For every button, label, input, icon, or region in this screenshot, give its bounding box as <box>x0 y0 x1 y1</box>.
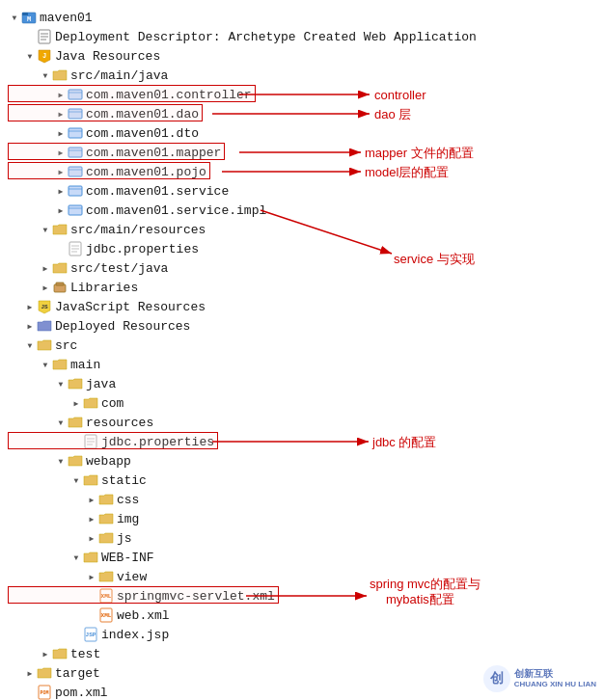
tree-item-maven01[interactable]: ▼Mmaven01 <box>8 8 604 27</box>
icon-com-dao <box>68 106 83 121</box>
label-libraries: Libraries <box>70 281 138 295</box>
toggle-src-main-java[interactable]: ▼ <box>39 68 52 82</box>
toggle-javascript-resources[interactable]: ▶ <box>23 300 37 313</box>
toggle-java-folder[interactable]: ▼ <box>54 377 68 390</box>
tree-item-com-folder[interactable]: ▶com <box>8 393 604 413</box>
toggle-test-folder[interactable]: ▶ <box>39 647 52 660</box>
tree-item-webapp-folder[interactable]: ▼webapp <box>8 451 604 471</box>
svg-text:JSP: JSP <box>86 632 96 638</box>
tree-item-deployed-resources[interactable]: ▶Deployed Resources <box>8 316 604 336</box>
label-index-jsp: index.jsp <box>101 628 169 642</box>
tree-item-javascript-resources[interactable]: ▶JSJavaScript Resources <box>8 297 604 316</box>
svg-rect-28 <box>56 283 64 285</box>
tree-item-static-folder[interactable]: ▼static <box>8 471 604 490</box>
toggle-img-folder[interactable]: ▶ <box>85 512 98 525</box>
tree-item-java-folder[interactable]: ▼java <box>8 374 604 393</box>
tree-item-img-folder[interactable]: ▶img <box>8 509 604 528</box>
icon-src-main-java <box>52 67 68 83</box>
svg-rect-13 <box>69 128 82 138</box>
tree-item-web-xml[interactable]: XMLweb.xml <box>8 606 604 625</box>
svg-text:XML: XML <box>101 593 112 600</box>
icon-com-pojo <box>68 164 83 179</box>
toggle-main-folder[interactable]: ▼ <box>39 358 52 371</box>
icon-libraries <box>52 280 68 295</box>
watermark-logo: 创 <box>483 665 510 692</box>
label-src-root: src <box>55 338 77 353</box>
toggle-webinf-folder[interactable]: ▼ <box>69 551 83 564</box>
tree-item-css-folder[interactable]: ▶css <box>8 490 604 509</box>
tree-item-com-controller[interactable]: ▶com.maven01.controller <box>8 85 604 104</box>
toggle-view-folder[interactable]: ▶ <box>85 570 98 583</box>
icon-jdbc-properties-mid <box>83 434 98 449</box>
toggle-src-test-java[interactable]: ▶ <box>39 261 52 275</box>
label-webapp-folder: webapp <box>86 454 131 469</box>
svg-text:XML: XML <box>101 612 112 619</box>
toggle-static-folder[interactable]: ▼ <box>69 473 83 487</box>
icon-web-xml: XML <box>98 607 114 623</box>
svg-text:POM: POM <box>40 690 48 696</box>
toggle-js-folder[interactable]: ▶ <box>85 531 98 545</box>
icon-src-main-resources <box>52 222 68 237</box>
tree-item-src-main-java[interactable]: ▼src/main/java <box>8 66 604 85</box>
icon-src-root <box>37 337 52 353</box>
label-img-folder: img <box>117 512 139 526</box>
tree-item-src-root[interactable]: ▼src <box>8 336 604 355</box>
tree-item-libraries[interactable]: ▶Libraries <box>8 278 604 297</box>
icon-com-mapper <box>68 145 83 160</box>
label-src-test-java: src/test/java <box>70 261 168 276</box>
toggle-com-mapper[interactable]: ▶ <box>54 146 68 159</box>
icon-src-test-java <box>52 260 68 276</box>
label-com-service-impl: com.maven01.service.impl <box>86 203 266 218</box>
tree-item-test-folder[interactable]: ▶test <box>8 644 604 663</box>
label-com-mapper: com.maven01.mapper <box>86 146 221 160</box>
toggle-com-dao[interactable]: ▶ <box>54 107 68 121</box>
toggle-libraries[interactable]: ▶ <box>39 281 52 294</box>
tree-item-deployment-desc[interactable]: Deployment Descriptor: Archetype Created… <box>8 27 604 46</box>
toggle-webapp-folder[interactable]: ▼ <box>54 454 68 468</box>
tree-item-com-service-impl[interactable]: ▶com.maven01.service.impl <box>8 201 604 220</box>
tree-item-com-dao[interactable]: ▶com.maven01.dao <box>8 104 604 123</box>
toggle-java-resources[interactable]: ▼ <box>23 49 37 63</box>
toggle-deployed-resources[interactable]: ▶ <box>23 319 37 333</box>
toggle-com-controller[interactable]: ▶ <box>54 88 68 101</box>
label-com-dao: com.maven01.dao <box>86 107 199 121</box>
tree-item-com-mapper[interactable]: ▶com.maven01.mapper <box>8 143 604 162</box>
tree-item-src-test-java[interactable]: ▶src/test/java <box>8 258 604 278</box>
toggle-target-folder[interactable]: ▶ <box>23 666 37 680</box>
svg-rect-21 <box>69 205 82 215</box>
tree-item-jdbc-properties-mid[interactable]: jdbc.properties <box>8 432 604 451</box>
tree-item-resources-folder[interactable]: ▼resources <box>8 413 604 432</box>
label-maven01: maven01 <box>40 11 93 25</box>
toggle-src-root[interactable]: ▼ <box>23 338 37 352</box>
tree-item-java-resources[interactable]: ▼JJava Resources <box>8 46 604 66</box>
icon-com-service <box>68 183 83 199</box>
toggle-resources-folder[interactable]: ▼ <box>54 416 68 429</box>
tree-item-com-pojo[interactable]: ▶com.maven01.pojo <box>8 162 604 181</box>
icon-com-controller <box>68 87 83 102</box>
tree-item-main-folder[interactable]: ▼main <box>8 355 604 374</box>
toggle-com-service[interactable]: ▶ <box>54 184 68 198</box>
toggle-src-main-resources[interactable]: ▼ <box>39 223 52 236</box>
tree-item-webinf-folder[interactable]: ▼WEB-INF <box>8 548 604 567</box>
icon-pom-xml: POM <box>37 685 52 700</box>
toggle-maven01[interactable]: ▼ <box>8 11 21 24</box>
toggle-com-dto[interactable]: ▶ <box>54 126 68 140</box>
tree-item-jdbc-properties-top[interactable]: jdbc.properties <box>8 239 604 258</box>
toggle-css-folder[interactable]: ▶ <box>85 493 98 506</box>
svg-rect-19 <box>69 186 82 196</box>
tree-item-com-service[interactable]: ▶com.maven01.service <box>8 181 604 201</box>
icon-java-resources: J <box>37 48 52 64</box>
label-com-pojo: com.maven01.pojo <box>86 165 206 179</box>
svg-text:M: M <box>27 15 31 23</box>
icon-com-service-impl <box>68 202 83 218</box>
toggle-com-service-impl[interactable]: ▶ <box>54 203 68 217</box>
toggle-com-folder[interactable]: ▶ <box>69 396 83 410</box>
tree-item-springmvc-servlet[interactable]: XMLspringmvc-servlet.xml <box>8 586 604 606</box>
tree-item-view-folder[interactable]: ▶view <box>8 567 604 586</box>
label-deployed-resources: Deployed Resources <box>55 319 190 334</box>
toggle-com-pojo[interactable]: ▶ <box>54 165 68 178</box>
tree-item-js-folder[interactable]: ▶js <box>8 528 604 548</box>
tree-item-index-jsp[interactable]: JSPindex.jsp <box>8 625 604 644</box>
tree-item-src-main-resources[interactable]: ▼src/main/resources <box>8 220 604 239</box>
tree-item-com-dto[interactable]: ▶com.maven01.dto <box>8 123 604 143</box>
